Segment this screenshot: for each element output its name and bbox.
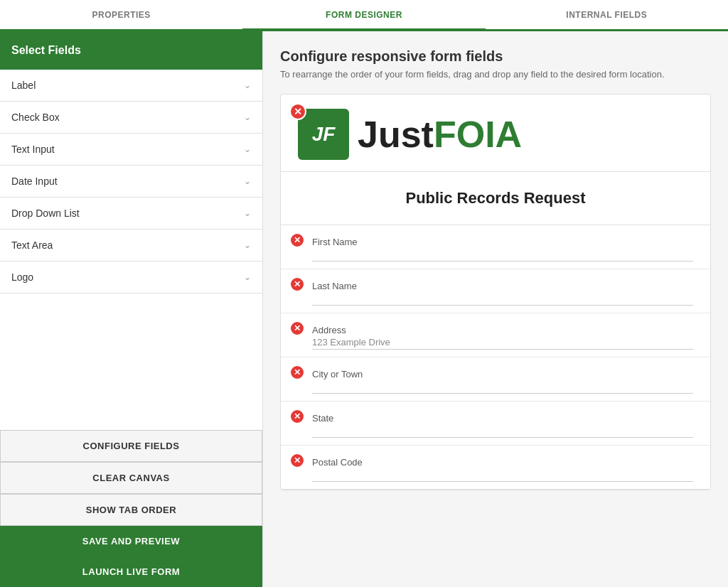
chevron-icon: ⌄: [244, 272, 251, 282]
top-nav: PROPERTIES FORM DESIGNER INTERNAL FIELDS: [0, 0, 728, 31]
table-row: ✕ City or Town: [281, 357, 710, 402]
sidebar-item-textinput[interactable]: Text Input ⌄: [0, 134, 262, 166]
chevron-icon: ⌄: [244, 144, 251, 154]
field-remove-button[interactable]: ✕: [289, 276, 305, 292]
form-title: Public Records Request: [298, 189, 693, 208]
launch-live-form-button[interactable]: LAUNCH LIVE FORM: [0, 556, 262, 587]
form-title-section: Public Records Request: [281, 172, 710, 225]
table-row: ✕ First Name: [281, 225, 710, 269]
sidebar-item-textarea-text: Text Area: [11, 239, 53, 251]
first-name-input[interactable]: [312, 247, 693, 262]
sidebar-item-dateinput[interactable]: Date Input ⌄: [0, 166, 262, 198]
field-label: State: [312, 413, 693, 424]
sidebar-item-label-text: Label: [11, 80, 36, 91]
sidebar-item-checkbox-text: Check Box: [11, 112, 60, 123]
field-label: Address: [312, 325, 693, 335]
address-input[interactable]: [312, 335, 693, 350]
main-content: Configure responsive form fields To rear…: [263, 31, 728, 587]
content-subtitle: To rearrange the order of your form fiel…: [280, 69, 711, 80]
clear-canvas-button[interactable]: CLEAR CANVAS: [0, 462, 262, 494]
save-and-preview-button[interactable]: SAVE AND PREVIEW: [0, 526, 262, 556]
logo-text: JustFOIA: [358, 113, 522, 156]
logo-foia-text: FOIA: [434, 114, 522, 155]
tab-properties[interactable]: PROPERTIES: [0, 1, 242, 28]
table-row: ✕ Last Name: [281, 269, 710, 313]
field-remove-button[interactable]: ✕: [289, 409, 305, 424]
postal-code-input[interactable]: [312, 468, 693, 482]
chevron-icon: ⌄: [244, 176, 251, 186]
field-label: Last Name: [312, 281, 693, 291]
main-layout: Select Fields Label ⌄ Check Box ⌄ Text I…: [0, 31, 728, 587]
field-remove-button[interactable]: ✕: [289, 453, 305, 468]
last-name-input[interactable]: [312, 291, 693, 306]
field-label: City or Town: [312, 369, 693, 379]
field-label: First Name: [312, 237, 693, 247]
field-label: Postal Code: [312, 457, 693, 468]
table-row: ✕ Postal Code: [281, 446, 710, 489]
chevron-icon: ⌄: [244, 240, 251, 250]
city-input[interactable]: [312, 379, 693, 394]
field-remove-button[interactable]: ✕: [289, 321, 305, 336]
sidebar-item-textarea[interactable]: Text Area ⌄: [0, 230, 262, 262]
table-row: ✕ State: [281, 402, 710, 446]
configure-fields-button[interactable]: CONFIGURE FIELDS: [0, 430, 262, 462]
sidebar-item-logo-text: Logo: [11, 271, 33, 283]
logo-icon: JF: [298, 109, 349, 160]
field-remove-button[interactable]: ✕: [289, 365, 305, 380]
sidebar: Select Fields Label ⌄ Check Box ⌄ Text I…: [0, 31, 263, 587]
chevron-icon: ⌄: [244, 208, 251, 218]
logo-remove-button[interactable]: ✕: [289, 103, 306, 120]
show-tab-order-button[interactable]: SHOW TAB ORDER: [0, 494, 262, 526]
tab-form-designer[interactable]: FORM DESIGNER: [242, 1, 485, 31]
sidebar-item-dropdown-text: Drop Down List: [11, 208, 80, 219]
content-title: Configure responsive form fields: [280, 48, 711, 65]
sidebar-item-dateinput-text: Date Input: [11, 176, 58, 187]
sidebar-item-dropdown[interactable]: Drop Down List ⌄: [0, 198, 262, 230]
state-input[interactable]: [312, 424, 693, 438]
form-card: ✕ JF JustFOIA Public Records Request ✕ F…: [280, 94, 711, 490]
sidebar-item-textinput-text: Text Input: [11, 144, 55, 155]
logo-container: JF JustFOIA: [298, 109, 693, 160]
sidebar-item-checkbox[interactable]: Check Box ⌄: [0, 102, 262, 134]
tab-internal-fields[interactable]: INTERNAL FIELDS: [486, 1, 728, 28]
sidebar-item-label[interactable]: Label ⌄: [0, 70, 262, 102]
logo-section: ✕ JF JustFOIA: [281, 95, 710, 172]
chevron-icon: ⌄: [244, 112, 251, 122]
form-fields: ✕ First Name ✕ Last Name ✕ Address ✕ Cit: [281, 225, 710, 490]
sidebar-header: Select Fields: [0, 31, 262, 70]
field-remove-button[interactable]: ✕: [289, 232, 305, 248]
table-row: ✕ Address: [281, 313, 710, 357]
sidebar-item-logo[interactable]: Logo ⌄: [0, 262, 262, 294]
sidebar-actions: CONFIGURE FIELDS CLEAR CANVAS SHOW TAB O…: [0, 430, 262, 587]
chevron-icon: ⌄: [244, 80, 251, 90]
